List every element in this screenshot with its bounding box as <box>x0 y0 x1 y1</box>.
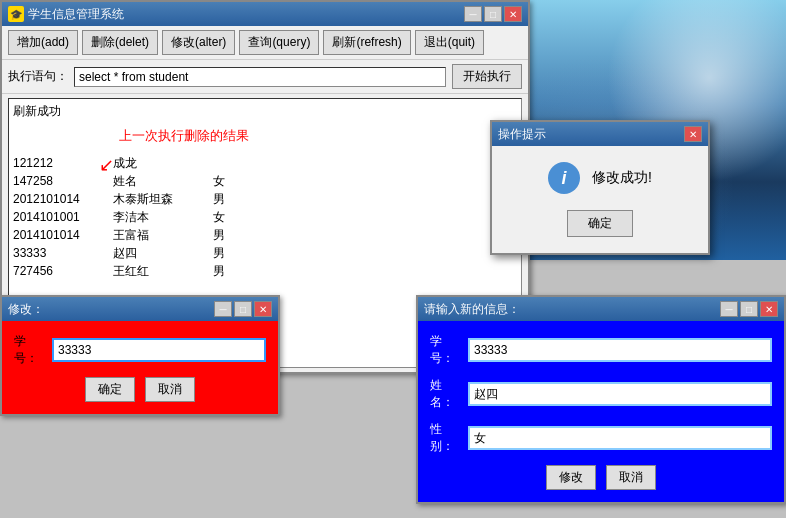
table-row: 2014101001 李洁本 女 <box>13 208 253 226</box>
sql-label: 执行语句： <box>8 68 68 85</box>
dialog-icon-row: i 修改成功! <box>508 162 692 194</box>
annotation-text: 上一次执行删除的结果 <box>119 127 249 145</box>
edit-content: 学号： 确定 取消 <box>2 321 278 414</box>
student-id-input[interactable] <box>52 338 266 362</box>
new-info-modify-btn[interactable]: 修改 <box>546 465 596 490</box>
new-info-controls: ─ □ ✕ <box>720 301 778 317</box>
edit-title: 修改： <box>8 301 44 318</box>
new-gender-label: 性别： <box>430 421 460 455</box>
title-controls: ─ □ ✕ <box>464 6 522 22</box>
dialog-title: 操作提示 <box>498 126 546 143</box>
new-info-title-left: 请输入新的信息： <box>424 301 520 318</box>
query-btn[interactable]: 查询(query) <box>239 30 319 55</box>
add-btn[interactable]: 增加(add) <box>8 30 78 55</box>
app-icon: 🎓 <box>8 6 24 22</box>
edit-title-bar: 修改： ─ □ ✕ <box>2 297 278 321</box>
table-row: 121212 成龙 <box>13 154 253 172</box>
new-student-id-row: 学号： <box>430 333 772 367</box>
new-name-input[interactable] <box>468 382 772 406</box>
new-gender-row: 性别： <box>430 421 772 455</box>
dialog-hint: 操作提示 ✕ i 修改成功! 确定 <box>490 120 710 255</box>
edit-controls: ─ □ ✕ <box>214 301 272 317</box>
new-info-content: 学号： 姓名： 性别： 修改 取消 <box>418 321 784 502</box>
close-btn[interactable]: ✕ <box>504 6 522 22</box>
modify-btn[interactable]: 修改(alter) <box>162 30 235 55</box>
edit-close-btn[interactable]: ✕ <box>254 301 272 317</box>
student-id-row: 学号： <box>14 333 266 367</box>
edit-cancel-btn[interactable]: 取消 <box>145 377 195 402</box>
dialog-title-bar: 操作提示 ✕ <box>492 122 708 146</box>
new-name-row: 姓名： <box>430 377 772 411</box>
table-row: 147258 姓名 女 <box>13 172 253 190</box>
minimize-btn[interactable]: ─ <box>464 6 482 22</box>
new-info-title-bar: 请输入新的信息： ─ □ ✕ <box>418 297 784 321</box>
new-name-label: 姓名： <box>430 377 460 411</box>
sql-row: 执行语句： 开始执行 <box>2 60 528 94</box>
main-title-bar: 🎓 学生信息管理系统 ─ □ ✕ <box>2 2 528 26</box>
new-gender-input[interactable] <box>468 426 772 450</box>
table-row: 33333 赵四 男 <box>13 244 253 262</box>
new-student-id-label: 学号： <box>430 333 460 367</box>
new-info-close-btn[interactable]: ✕ <box>760 301 778 317</box>
new-info-btn-row: 修改 取消 <box>430 465 772 490</box>
edit-btn-row: 确定 取消 <box>14 377 266 402</box>
table-row: 727456 王红红 男 <box>13 262 253 280</box>
new-student-id-input[interactable] <box>468 338 772 362</box>
delete-btn[interactable]: 删除(delet) <box>82 30 158 55</box>
edit-minimize-btn[interactable]: ─ <box>214 301 232 317</box>
edit-confirm-btn[interactable]: 确定 <box>85 377 135 402</box>
dialog-body: i 修改成功! 确定 <box>492 146 708 253</box>
new-info-maximize-btn[interactable]: □ <box>740 301 758 317</box>
new-info-cancel-btn[interactable]: 取消 <box>606 465 656 490</box>
edit-title-left: 修改： <box>8 301 44 318</box>
dialog-message: 修改成功! <box>592 169 652 187</box>
title-bar-left: 🎓 学生信息管理系统 <box>8 6 124 23</box>
dialog-confirm-btn[interactable]: 确定 <box>567 210 633 237</box>
new-info-minimize-btn[interactable]: ─ <box>720 301 738 317</box>
new-info-title: 请输入新的信息： <box>424 301 520 318</box>
student-id-label: 学号： <box>14 333 44 367</box>
dialog-close-btn[interactable]: ✕ <box>684 126 702 142</box>
info-icon: i <box>548 162 580 194</box>
exec-btn[interactable]: 开始执行 <box>452 64 522 89</box>
toolbar: 增加(add) 删除(delet) 修改(alter) 查询(query) 刷新… <box>2 26 528 60</box>
dialog-controls: ✕ <box>684 126 702 142</box>
refresh-btn[interactable]: 刷新(refresh) <box>323 30 410 55</box>
new-info-window: 请输入新的信息： ─ □ ✕ 学号： 姓名： 性别： 修改 取消 <box>416 295 786 504</box>
dialog-title-left: 操作提示 <box>498 126 546 143</box>
data-table: 121212 成龙 147258 姓名 女 2012101014 木泰斯坦森 男… <box>13 154 253 280</box>
refresh-success: 刷新成功 <box>13 103 517 120</box>
sql-input[interactable] <box>74 67 446 87</box>
app-title: 学生信息管理系统 <box>28 6 124 23</box>
table-row: 2012101014 木泰斯坦森 男 <box>13 190 253 208</box>
quit-btn[interactable]: 退出(quit) <box>415 30 484 55</box>
edit-maximize-btn[interactable]: □ <box>234 301 252 317</box>
table-row: 2014101014 王富福 男 <box>13 226 253 244</box>
edit-window: 修改： ─ □ ✕ 学号： 确定 取消 <box>0 295 280 416</box>
maximize-btn[interactable]: □ <box>484 6 502 22</box>
